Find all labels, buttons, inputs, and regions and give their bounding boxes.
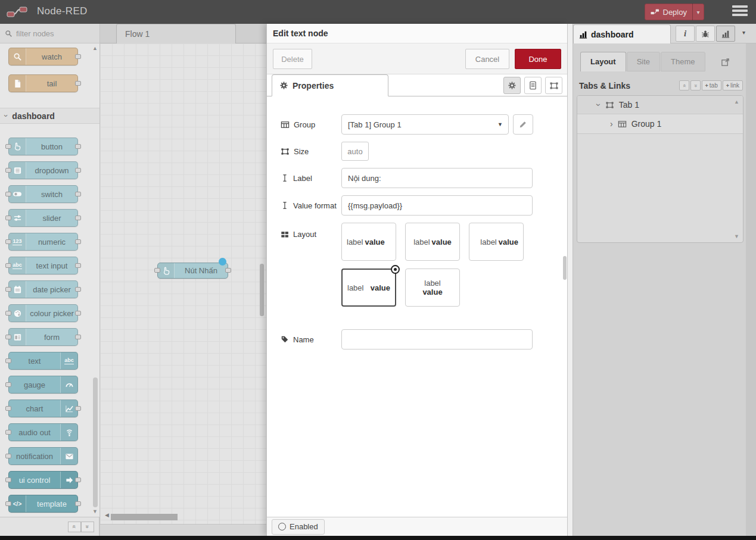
palette-collapse-all-button[interactable]: « bbox=[68, 522, 81, 532]
input-port bbox=[5, 358, 11, 363]
chevron-down-icon: › bbox=[2, 114, 11, 117]
palette-node-switch[interactable]: switch bbox=[8, 185, 78, 203]
palette-node-template[interactable]: </> template bbox=[8, 495, 78, 513]
palette-node-text-input[interactable]: abc text input bbox=[8, 257, 78, 274]
palette-node-tail[interactable]: tail bbox=[8, 74, 78, 92]
layout-option-spread[interactable]: labelvalue bbox=[341, 269, 396, 307]
edit-tray: Edit text node Delete Cancel Done Proper… bbox=[266, 24, 567, 536]
pencil-icon bbox=[519, 120, 527, 129]
palette-node-colour-picker[interactable]: colour picker bbox=[8, 304, 78, 322]
palette-node-slider[interactable]: slider bbox=[8, 209, 78, 227]
tree-scroll-down-icon[interactable]: ▼ bbox=[734, 233, 739, 239]
canvas-vertical-scrollbar[interactable] bbox=[260, 264, 264, 316]
size-button[interactable]: auto bbox=[341, 142, 369, 161]
palette-node-watch[interactable]: watch bbox=[8, 48, 78, 65]
table-icon bbox=[281, 120, 290, 129]
delete-button[interactable]: Delete bbox=[273, 49, 312, 69]
group-select[interactable]: [Tab 1] Group 1 ▼ bbox=[341, 114, 509, 135]
name-input[interactable] bbox=[341, 329, 533, 349]
cancel-button[interactable]: Cancel bbox=[465, 49, 509, 69]
deploy-button[interactable]: Deploy ▾ bbox=[645, 4, 704, 20]
select-caret-icon: ▼ bbox=[497, 121, 503, 127]
output-port bbox=[75, 144, 81, 149]
palette-node-text[interactable]: abc text bbox=[8, 352, 78, 370]
output-port bbox=[75, 216, 81, 220]
flow-node-button[interactable]: Nút Nhấn bbox=[157, 263, 228, 279]
toggle-icon bbox=[9, 186, 26, 202]
palette-node-dropdown[interactable]: dropdown bbox=[8, 161, 78, 179]
sidebar-tab-dashboard[interactable]: dashboard bbox=[573, 24, 671, 43]
layout-row: Layout labelvalue labelvalue labelvalue bbox=[281, 223, 567, 314]
edit-properties-button[interactable] bbox=[503, 77, 521, 94]
filter-nodes-input[interactable] bbox=[16, 29, 88, 38]
input-port bbox=[154, 268, 160, 273]
palette-node-form[interactable]: form bbox=[8, 328, 78, 346]
palette-node-button[interactable]: button bbox=[8, 138, 78, 155]
description-button[interactable] bbox=[524, 77, 542, 94]
tree-item-group1[interactable]: › Group 1 bbox=[577, 114, 743, 134]
sliders-icon bbox=[9, 210, 26, 226]
add-link-button[interactable]: +link bbox=[723, 80, 743, 90]
node-red-app: Node-RED Deploy ▾ watch tail bbox=[0, 0, 756, 540]
bar-chart-icon bbox=[579, 30, 587, 39]
deploy-caret-icon[interactable]: ▾ bbox=[693, 9, 704, 15]
add-tab-button[interactable]: +tab bbox=[702, 80, 721, 90]
palette-node-gauge[interactable]: gauge bbox=[8, 376, 78, 394]
info-button[interactable]: i bbox=[676, 26, 695, 42]
palette-node-ui-control[interactable]: ui control bbox=[8, 471, 78, 489]
palette-scroll-up-icon[interactable]: ▲ bbox=[92, 45, 98, 51]
palette-filter bbox=[0, 24, 99, 43]
palette-node-numeric[interactable]: 123 numeric bbox=[8, 233, 78, 251]
sidebar-separator[interactable] bbox=[567, 24, 573, 536]
tree-scroll-up-icon[interactable]: ▲ bbox=[734, 99, 739, 105]
deploy-label: Deploy bbox=[663, 8, 687, 17]
expand-all-button[interactable]: » bbox=[690, 80, 701, 90]
output-port bbox=[75, 192, 81, 196]
palette-node-date-picker[interactable]: date picker bbox=[8, 280, 78, 298]
layout-option-right[interactable]: labelvalue bbox=[469, 223, 524, 261]
label-input[interactable] bbox=[341, 168, 533, 188]
open-dashboard-icon[interactable] bbox=[721, 57, 730, 66]
palette-icon bbox=[9, 305, 26, 321]
debug-button[interactable] bbox=[696, 26, 715, 42]
enabled-toggle[interactable]: Enabled bbox=[272, 519, 325, 535]
palette-node-notification[interactable]: notification bbox=[8, 447, 78, 465]
chevron-down-icon[interactable]: › bbox=[594, 104, 603, 107]
tray-scrollbar[interactable] bbox=[563, 256, 567, 280]
layout-option-left[interactable]: labelvalue bbox=[341, 223, 396, 261]
chevron-right-icon[interactable]: › bbox=[610, 119, 613, 129]
layout-option-stacked[interactable]: labelvalue bbox=[405, 269, 460, 307]
collapse-all-button[interactable]: « bbox=[679, 80, 689, 90]
tree-item-tab1[interactable]: › Tab 1 bbox=[577, 96, 743, 114]
tab-theme[interactable]: Theme bbox=[661, 52, 705, 71]
flow-canvas[interactable]: Nút Nhấn ◀ bbox=[100, 43, 266, 536]
palette-scrollbar[interactable] bbox=[93, 377, 98, 507]
gauge-icon bbox=[60, 376, 77, 393]
palette-node-chart[interactable]: chart bbox=[8, 399, 78, 417]
done-button[interactable]: Done bbox=[515, 49, 561, 69]
value-format-row: Value format bbox=[281, 195, 567, 216]
tab-layout[interactable]: Layout bbox=[580, 52, 626, 71]
appearance-button[interactable] bbox=[545, 77, 562, 94]
size-row: Size auto bbox=[281, 142, 567, 161]
value-format-input[interactable] bbox=[341, 195, 533, 216]
tab-site[interactable]: Site bbox=[627, 52, 660, 71]
input-port bbox=[5, 477, 11, 482]
sidebar-scroll-gutter[interactable] bbox=[746, 43, 756, 536]
palette-category-dashboard[interactable]: › dashboard bbox=[0, 108, 99, 124]
menu-icon[interactable] bbox=[732, 5, 748, 18]
palette-node-audio-out[interactable]: audio out bbox=[8, 423, 78, 441]
node-red-logo bbox=[6, 5, 30, 21]
canvas-scroll-left-icon[interactable]: ◀ bbox=[105, 512, 109, 518]
palette-scroll-down-icon[interactable]: ▼ bbox=[92, 508, 98, 514]
canvas-horizontal-scrollbar[interactable] bbox=[111, 514, 178, 520]
edit-group-button[interactable] bbox=[513, 114, 533, 135]
dashboard-button[interactable] bbox=[716, 26, 735, 42]
tab-flow-1[interactable]: Flow 1 bbox=[116, 24, 236, 43]
palette-expand-all-button[interactable]: » bbox=[81, 522, 94, 532]
tab-properties[interactable]: Properties bbox=[272, 74, 388, 96]
input-port bbox=[5, 287, 11, 292]
sidebar-caret-icon[interactable]: ▾ bbox=[742, 29, 745, 36]
hand-icon bbox=[158, 263, 175, 278]
layout-option-center[interactable]: labelvalue bbox=[405, 223, 460, 261]
